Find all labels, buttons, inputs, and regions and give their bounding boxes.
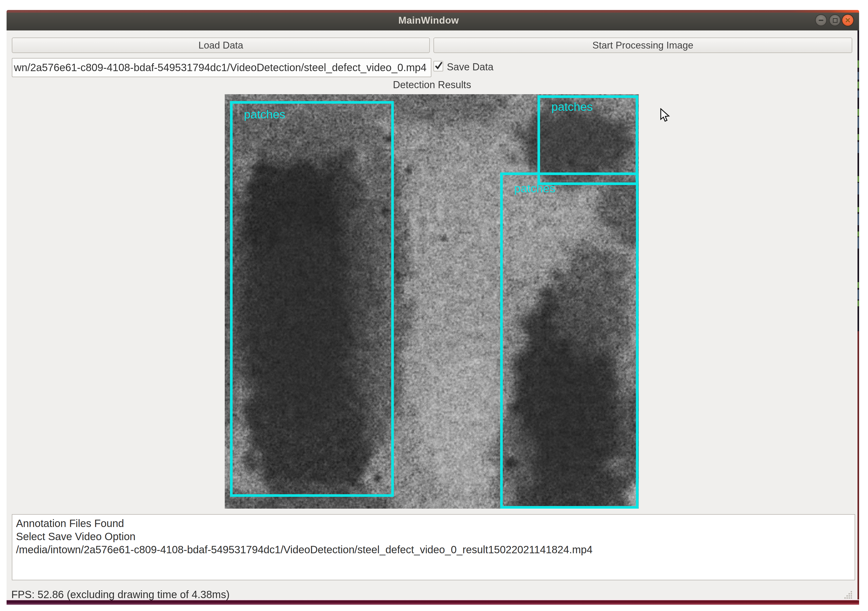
svg-text:patches: patches — [551, 100, 593, 113]
svg-text:patches: patches — [244, 108, 285, 121]
svg-text:patches: patches — [514, 182, 556, 195]
